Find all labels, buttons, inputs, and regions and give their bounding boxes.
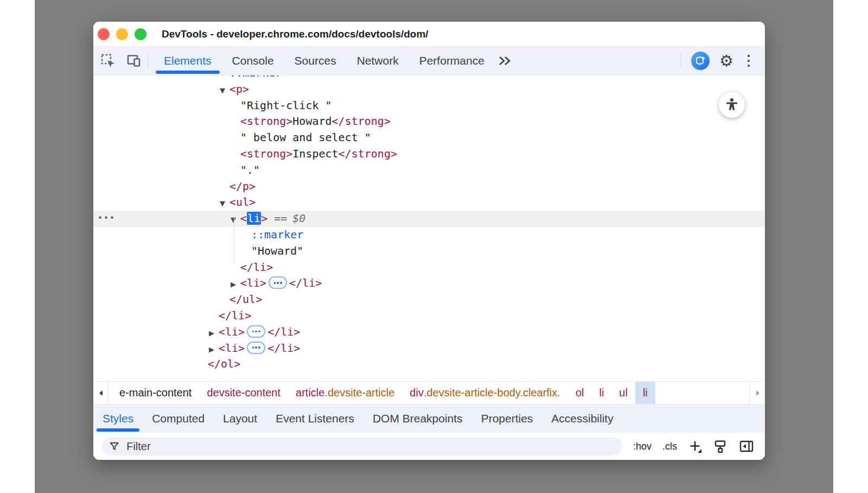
dom-tree-row[interactable]: </ul> [93,292,765,308]
dom-tree-row[interactable]: <strong>Inspect</strong> [93,146,765,162]
inspect-element-button[interactable] [100,53,116,69]
breadcrumb-scroll-left-button[interactable] [93,382,108,404]
ellipsis-dot [255,331,257,332]
ellipsis-dot [252,346,254,348]
breadcrumb-item[interactable]: ul [611,382,635,404]
node-text: "Right-click " [240,99,332,112]
dom-tree-row[interactable]: </p> [93,179,765,195]
dom-tree-row[interactable]: ::marker [93,227,765,243]
device-toolbar-icon [127,54,142,68]
expand-arrow-icon[interactable]: ▶ [231,276,240,293]
more-tabs-button[interactable] [497,53,513,69]
filter-funnel-icon [108,440,120,452]
dom-tree-row[interactable]: "Howard" [93,243,765,260]
breadcrumb-item[interactable]: ol [568,382,592,404]
breadcrumb-item[interactable]: li [591,382,611,404]
tree-guide-line [234,218,234,263]
collapse-arrow-icon[interactable]: ▼ [231,212,240,228]
breadcrumb-item[interactable]: li [635,382,655,404]
dom-tree-row[interactable]: "." [93,162,765,179]
tab-dom-breakpoints[interactable]: DOM Breakpoints [363,404,472,433]
plus-dropdown-icon [688,439,703,454]
ellipsis-dot [280,282,282,283]
toolbar-right-cluster: ⚙ [680,52,765,70]
new-style-rule-button[interactable] [688,439,703,454]
dom-tree-row[interactable]: ::marker [93,75,765,81]
breadcrumb-item[interactable]: e-main-content [112,382,199,404]
tab-network[interactable]: Network [347,47,409,75]
breadcrumb-tag: article [296,387,324,399]
tab-accessibility[interactable]: Accessibility [542,404,622,433]
device-toolbar-button[interactable] [126,53,142,69]
tab-console[interactable]: Console [222,47,284,75]
ai-assistance-button[interactable] [691,52,710,70]
tab-properties[interactable]: Properties [472,404,542,433]
toggle-element-state-button[interactable]: :hov [633,441,652,452]
node-tag: </ul> [229,293,262,306]
node-text: " below and select " [240,131,371,144]
kebab-menu-icon [748,55,750,58]
sidebar-tab-strip: StylesComputedLayoutEvent ListenersDOM B… [93,404,765,433]
elements-dom-tree[interactable]: ::marker▼<p>"Right-click "<strong>Howard… [93,75,765,381]
tab-computed[interactable]: Computed [143,404,214,433]
dom-tree-row[interactable]: ▶<li></li> [93,340,765,357]
dom-tree-row[interactable]: ▶<li></li> [93,324,765,340]
dom-tree-row[interactable]: •••▼<li>==$0 [93,211,765,227]
dollar-zero-label: $0 [292,212,305,225]
node-tag: < [240,212,247,225]
tab-layout[interactable]: Layout [214,404,266,433]
breadcrumb-item[interactable]: devsite-content [199,382,288,404]
breadcrumb-tag: div [410,387,424,399]
collapsed-content-ellipsis-button[interactable] [269,276,287,289]
styles-filter-input[interactable] [125,440,616,453]
dom-tree-row[interactable]: ▼<p> [93,81,765,98]
dom-tree-row[interactable]: <strong>Howard</strong> [93,113,765,130]
window-title: DevTools - developer.chrome.com/docs/dev… [162,28,429,40]
node-tag: <ul> [229,195,256,208]
dom-tree-row[interactable]: </li> [93,308,765,324]
node-tag: <strong> [240,115,292,128]
dom-tree-row[interactable]: </ol> [93,356,765,372]
page-accessibility-widget[interactable] [719,92,745,118]
settings-button[interactable]: ⚙ [718,53,735,69]
breadcrumb-tag: li [599,387,604,399]
close-window-button[interactable] [98,28,110,40]
collapsed-content-ellipsis-button[interactable] [247,325,265,338]
node-tag: > [261,212,267,225]
pseudo-element-label: ::marker [251,228,303,241]
tab-elements[interactable]: Elements [154,47,222,75]
breadcrumb-tag: devsite-content [207,387,280,399]
element-classes-button[interactable]: .cls [662,441,677,452]
collapse-arrow-icon[interactable]: ▼ [220,195,229,212]
dom-tree-row[interactable]: ▼<ul> [93,194,765,211]
node-tag: <li> [219,325,245,338]
dom-tree-row[interactable]: " below and select " [93,130,765,146]
dom-tree-row[interactable]: "Right-click " [93,98,765,114]
node-tag: <p> [229,83,249,96]
breadcrumb-scroll-right-button[interactable] [750,382,765,404]
minimize-window-button[interactable] [116,28,128,40]
customize-devtools-button[interactable] [743,53,754,69]
tab-styles[interactable]: Styles [93,404,143,433]
styles-pane-toolbar: :hov .cls [93,433,765,460]
zoom-window-button[interactable] [135,28,146,40]
rendering-emulation-button[interactable] [713,439,728,454]
expand-arrow-icon[interactable]: ▶ [209,325,219,342]
collapsed-content-ellipsis-button[interactable] [247,342,265,354]
devtools-toolbar: ElementsConsoleSourcesNetworkPerformance… [93,47,765,75]
tab-event-listeners[interactable]: Event Listeners [266,404,363,433]
dom-tree-row[interactable]: ▶<li></li> [93,275,765,292]
tab-performance[interactable]: Performance [409,47,495,75]
title-bar: DevTools - developer.chrome.com/docs/dev… [93,22,765,47]
dom-tree-row[interactable]: </li> [93,260,765,276]
styles-filter[interactable] [102,437,622,456]
breadcrumb-item[interactable]: article.devsite-article [288,382,402,404]
node-tag: <li> [219,342,245,355]
breadcrumb-item[interactable]: div.devsite-article-body.clearfix. [402,382,568,404]
toggle-sidebar-button[interactable] [739,439,754,453]
console-reference: ==$0 [274,212,305,225]
node-options-dots[interactable]: ••• [98,211,116,227]
collapse-arrow-icon[interactable]: ▼ [220,83,229,99]
expand-arrow-icon[interactable]: ▶ [209,342,219,358]
tab-sources[interactable]: Sources [284,47,347,75]
